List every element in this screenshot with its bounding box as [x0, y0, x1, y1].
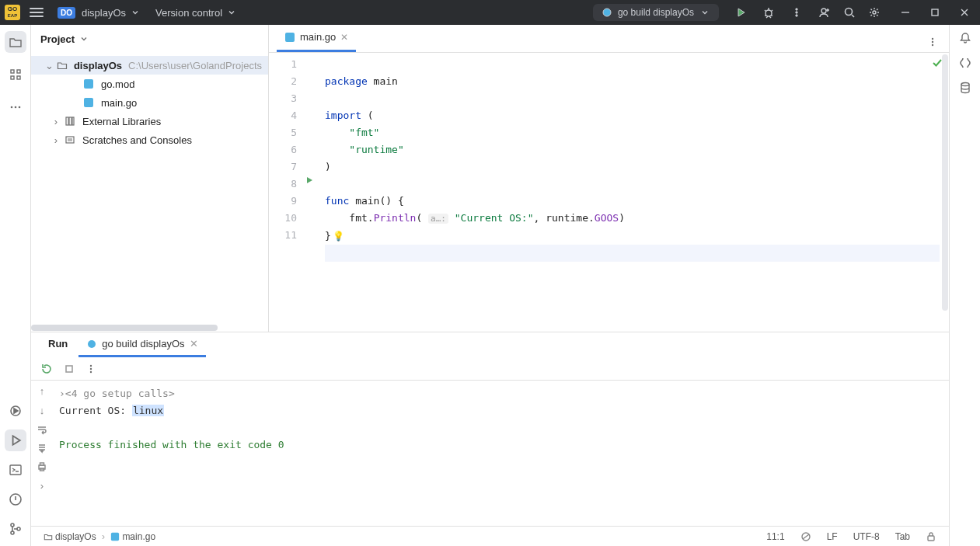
project-tool-button[interactable] — [5, 31, 26, 53]
tree-scratches[interactable]: › Scratches and Consoles — [31, 130, 268, 149]
editor-tab-main-go[interactable]: main.go ✕ — [277, 24, 356, 52]
settings-icon[interactable] — [868, 6, 881, 19]
chevron-right-icon: › — [51, 134, 61, 146]
code-token: main — [368, 75, 398, 87]
tree-root-name: displayOs — [74, 60, 122, 71]
run-config-selector[interactable]: go build displayOs — [593, 4, 719, 21]
close-tab-button[interactable]: ✕ — [190, 338, 198, 350]
breadcrumb-item: displayOs — [55, 531, 96, 542]
run-tool-button[interactable] — [5, 429, 26, 451]
readonly-toggle-icon[interactable] — [921, 531, 941, 542]
vcs-tool-button[interactable] — [5, 518, 26, 540]
code-with-me-icon[interactable] — [818, 6, 831, 19]
go-run-icon — [601, 6, 613, 19]
run-tab-run[interactable]: Run — [40, 332, 75, 357]
run-button[interactable] — [734, 6, 747, 19]
code-token: . — [588, 212, 595, 224]
close-button[interactable] — [958, 6, 971, 19]
svg-rect-24 — [66, 117, 68, 125]
line-separator-icon[interactable] — [796, 531, 816, 542]
editor-tabs-more[interactable] — [922, 32, 943, 52]
svg-point-32 — [88, 340, 96, 348]
line-number: 10 — [269, 210, 297, 227]
debug-button[interactable] — [762, 6, 775, 19]
chevron-right-icon: › — [51, 116, 61, 127]
svg-point-13 — [10, 106, 12, 109]
terminal-tool-button[interactable] — [5, 459, 26, 481]
line-separator[interactable]: LF — [822, 531, 842, 542]
project-badge: DO — [58, 7, 75, 19]
editor-scrollbar[interactable] — [940, 53, 949, 332]
caret-position[interactable]: 11:1 — [762, 531, 789, 542]
vcs-selector[interactable]: Version control — [151, 3, 242, 22]
editor-pane: main.go ✕ 1 2 3 4 5 6 — [269, 25, 949, 332]
project-tree: ⌄ displayOs C:\Users\user\GolandProjects… — [31, 53, 268, 152]
breadcrumb[interactable]: displayOs › main.go — [39, 531, 160, 542]
line-number: 2 — [269, 73, 297, 90]
line-number: 3 — [269, 90, 297, 107]
svg-point-7 — [873, 11, 876, 14]
go-file-icon — [82, 96, 95, 109]
chevron-down-icon: ⌄ — [45, 60, 54, 71]
stop-button[interactable] — [64, 363, 75, 374]
run-line-marker[interactable] — [305, 176, 320, 185]
tree-file[interactable]: main.go — [31, 93, 268, 112]
line-number: 5 — [269, 124, 297, 141]
indent-setting[interactable]: Tab — [891, 531, 915, 542]
horizontal-scrollbar[interactable] — [31, 325, 218, 331]
code-token: "Current OS:" — [448, 212, 534, 224]
run-toolbar — [31, 357, 949, 381]
editor-tabs: main.go ✕ — [269, 25, 949, 53]
database-button[interactable] — [958, 81, 972, 95]
ai-assistant-button[interactable] — [958, 56, 972, 70]
project-selector[interactable]: DO displayOs — [53, 3, 146, 22]
run-panel: Run go build displayOs ✕ ↑ ↓ — [31, 332, 949, 526]
code-token: "runtime" — [325, 144, 404, 155]
tree-node-name: External Libraries — [82, 116, 161, 127]
tree-root[interactable]: ⌄ displayOs C:\Users\user\GolandProjects — [31, 56, 268, 75]
services-tool-button[interactable] — [5, 400, 26, 422]
action-gutter — [305, 53, 320, 332]
run-tab-build[interactable]: go build displayOs ✕ — [78, 332, 205, 357]
svg-point-43 — [961, 83, 969, 86]
close-tab-button[interactable]: ✕ — [340, 32, 348, 43]
console-line: <4 go setup calls> — [65, 388, 175, 399]
notifications-button[interactable] — [958, 31, 972, 45]
more-tools-button[interactable] — [5, 96, 26, 118]
more-run-actions[interactable] — [85, 363, 96, 374]
down-arrow-icon[interactable]: ↓ — [40, 405, 45, 416]
svg-point-31 — [932, 44, 933, 46]
fold-marker[interactable]: › — [59, 388, 65, 399]
file-encoding[interactable]: UTF-8 — [849, 531, 884, 542]
scratches-icon — [64, 134, 76, 146]
main-menu-button[interactable] — [30, 5, 44, 19]
rerun-button[interactable] — [40, 363, 53, 375]
more-actions-button[interactable] — [790, 6, 803, 19]
search-icon[interactable] — [843, 6, 856, 19]
svg-point-1 — [766, 10, 772, 16]
console-output[interactable]: ›<4 go setup calls> Current OS: linux Pr… — [53, 381, 949, 526]
soft-wrap-icon[interactable] — [37, 424, 47, 435]
expand-icon[interactable]: › — [40, 480, 44, 492]
up-arrow-icon[interactable]: ↑ — [40, 385, 45, 397]
intention-bulb-icon[interactable]: 💡 — [333, 231, 344, 242]
code-token: import — [325, 110, 361, 121]
tree-external-libraries[interactable]: › External Libraries — [31, 112, 268, 130]
code-area[interactable]: package main import ( "fmt" "runtime" ) … — [320, 53, 940, 332]
print-icon[interactable] — [37, 461, 47, 472]
svg-rect-40 — [111, 533, 119, 541]
project-header[interactable]: Project — [31, 25, 268, 53]
editor-body[interactable]: 1 2 3 4 5 6 7 8 9 10 11 — [269, 53, 949, 332]
inlay-hint: a…: — [428, 214, 448, 224]
statusbar: displayOs › main.go 11:1 LF UTF-8 Tab — [31, 526, 949, 546]
tree-file[interactable]: go.mod — [31, 75, 268, 93]
maximize-button[interactable] — [929, 6, 941, 19]
line-number: 4 — [269, 107, 297, 124]
scroll-to-end-icon[interactable] — [37, 443, 47, 454]
library-icon — [64, 115, 76, 127]
line-number: 9 — [269, 193, 297, 210]
minimize-button[interactable] — [899, 6, 912, 19]
problems-tool-button[interactable] — [5, 489, 26, 510]
structure-tool-button[interactable] — [5, 64, 26, 85]
svg-point-19 — [11, 523, 14, 527]
